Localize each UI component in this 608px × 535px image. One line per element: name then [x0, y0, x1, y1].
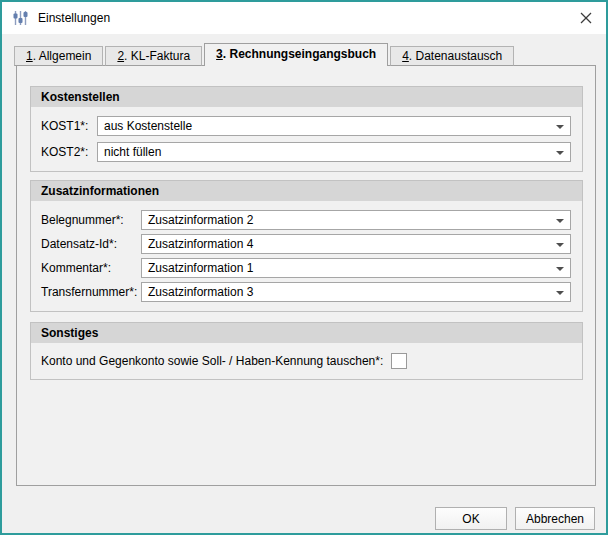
dropdown-value: Zusatzinformation 1	[148, 261, 253, 275]
kost1-dropdown[interactable]: aus Kostenstelle	[97, 116, 571, 136]
field-row-kost1: KOST1*: aus Kostenstelle	[41, 116, 571, 136]
field-label: Kommentar*:	[41, 261, 141, 275]
dropdown-value: Zusatzinformation 2	[148, 213, 253, 227]
chevron-down-icon	[556, 243, 564, 247]
tab-allgemein[interactable]: 1. Allgemein	[14, 46, 103, 66]
chevron-down-icon	[556, 219, 564, 223]
tab-label: . Allgemein	[33, 49, 92, 63]
swap-konto-checkbox[interactable]	[391, 353, 407, 369]
chevron-down-icon	[556, 151, 564, 155]
dropdown-value: Zusatzinformation 4	[148, 237, 253, 251]
kost2-dropdown[interactable]: nicht füllen	[97, 142, 571, 162]
group-kostenstellen: Kostenstellen KOST1*: aus Kostenstelle K…	[30, 86, 583, 172]
field-row-transfernummer: Transfernummer*: Zusatzinformation 3	[41, 282, 571, 302]
tab-kl-faktura[interactable]: 2. KL-Faktura	[105, 46, 202, 66]
tab-mnemonic: 1	[26, 49, 33, 63]
field-row-belegnummer: Belegnummer*: Zusatzinformation 2	[41, 210, 571, 230]
tab-panel: Kostenstellen KOST1*: aus Kostenstelle K…	[16, 65, 596, 486]
close-button[interactable]	[573, 6, 599, 30]
tab-label: . Datenaustausch	[409, 49, 502, 63]
dropdown-value: aus Kostenstelle	[104, 119, 192, 133]
group-title: Kostenstellen	[31, 87, 582, 107]
group-title: Zusatzinformationen	[31, 181, 582, 201]
kommentar-dropdown[interactable]: Zusatzinformation 1	[141, 258, 571, 278]
field-row-kommentar: Kommentar*: Zusatzinformation 1	[41, 258, 571, 278]
tab-strip: 1. Allgemein 2. KL-Faktura 3. Rechnungse…	[14, 43, 516, 66]
tab-mnemonic: 3	[216, 47, 223, 61]
datensatz-id-dropdown[interactable]: Zusatzinformation 4	[141, 234, 571, 254]
chevron-down-icon	[556, 125, 564, 129]
titlebar: Einstellungen	[2, 2, 606, 34]
transfernummer-dropdown[interactable]: Zusatzinformation 3	[141, 282, 571, 302]
group-sonstiges: Sonstiges Konto und Gegenkonto sowie Sol…	[30, 322, 583, 380]
tab-datenaustausch[interactable]: 4. Datenaustausch	[390, 46, 514, 66]
field-label: KOST1*:	[41, 119, 97, 133]
ok-button[interactable]: OK	[435, 507, 507, 530]
field-row-datensatz-id: Datensatz-Id*: Zusatzinformation 4	[41, 234, 571, 254]
field-label: KOST2*:	[41, 145, 97, 159]
chevron-down-icon	[556, 291, 564, 295]
cancel-button[interactable]: Abbrechen	[515, 507, 595, 530]
tab-mnemonic: 4	[402, 49, 409, 63]
belegnummer-dropdown[interactable]: Zusatzinformation 2	[141, 210, 571, 230]
group-title: Sonstiges	[31, 323, 582, 343]
dropdown-value: Zusatzinformation 3	[148, 285, 253, 299]
settings-dialog: Einstellungen 1. Allgemein 2. KL-Faktura…	[0, 0, 608, 535]
tab-rechnungseingangsbuch[interactable]: 3. Rechnungseingangsbuch	[204, 43, 388, 66]
checkbox-label: Konto und Gegenkonto sowie Soll- / Haben…	[41, 354, 383, 368]
dialog-footer: OK Abbrechen	[435, 507, 595, 530]
field-row-konto-tauschen: Konto und Gegenkonto sowie Soll- / Haben…	[41, 353, 571, 369]
window-title: Einstellungen	[38, 11, 110, 25]
chevron-down-icon	[556, 267, 564, 271]
field-label: Transfernummer*:	[41, 285, 141, 299]
tab-label: . Rechnungseingangsbuch	[223, 47, 376, 61]
field-label: Belegnummer*:	[41, 213, 141, 227]
sliders-icon	[12, 10, 29, 26]
group-zusatzinformationen: Zusatzinformationen Belegnummer*: Zusatz…	[30, 180, 583, 312]
field-row-kost2: KOST2*: nicht füllen	[41, 142, 571, 162]
field-label: Datensatz-Id*:	[41, 237, 141, 251]
tab-label: . KL-Faktura	[124, 49, 190, 63]
close-icon	[580, 12, 592, 24]
dropdown-value: nicht füllen	[104, 145, 161, 159]
